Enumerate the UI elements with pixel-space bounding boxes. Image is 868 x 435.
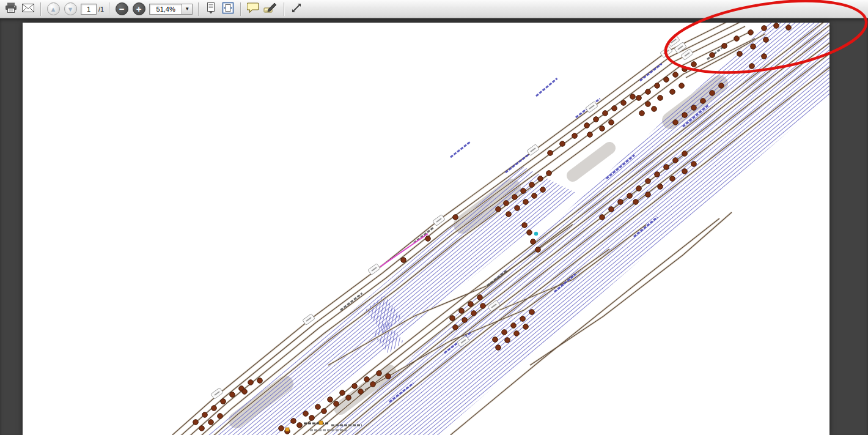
scrolling-mode-button[interactable] — [204, 2, 218, 17]
pdf-viewer-window: ▲ ▼ /1 − + 51,4% ▼ — [0, 0, 868, 435]
zoom-out-button[interactable]: − — [114, 2, 129, 17]
scrolling-page-icon — [205, 2, 217, 17]
separator — [40, 2, 41, 16]
up-arrow-icon: ▲ — [47, 2, 60, 15]
email-button[interactable] — [21, 2, 35, 17]
pdf-page[interactable] — [23, 23, 829, 435]
document-area[interactable] — [0, 18, 868, 435]
page-number-input[interactable] — [81, 4, 97, 15]
zoom-dropdown-button[interactable]: ▼ — [182, 4, 193, 15]
separator — [109, 2, 109, 16]
next-page-button[interactable]: ▼ — [63, 2, 78, 17]
separator — [240, 2, 241, 16]
fullscreen-arrows-icon — [290, 2, 303, 17]
zoom-in-button[interactable]: + — [131, 2, 146, 17]
fullscreen-button[interactable] — [289, 2, 304, 17]
plus-icon: + — [133, 2, 145, 15]
fit-page-icon — [222, 2, 234, 17]
track-diagram — [23, 23, 829, 435]
previous-page-button[interactable]: ▲ — [46, 2, 61, 17]
zoom-combo: 51,4% ▼ — [149, 4, 193, 15]
envelope-icon — [22, 4, 34, 15]
zoom-level-value[interactable]: 51,4% — [149, 4, 182, 15]
page-total-label: /1 — [98, 6, 104, 13]
sign-button[interactable] — [263, 2, 279, 17]
separator — [198, 2, 199, 16]
signature-pen-icon — [263, 2, 278, 16]
print-button[interactable] — [4, 2, 18, 17]
separator — [284, 2, 284, 16]
minus-icon: − — [116, 2, 128, 15]
print-icon — [4, 2, 18, 16]
fit-page-button[interactable] — [221, 2, 235, 17]
hatched-areas-layer — [206, 23, 829, 435]
speech-bubble-icon — [247, 2, 259, 16]
down-arrow-icon: ▼ — [64, 2, 77, 15]
toolbar: ▲ ▼ /1 − + 51,4% ▼ — [0, 0, 868, 18]
comment-button[interactable] — [246, 2, 260, 17]
